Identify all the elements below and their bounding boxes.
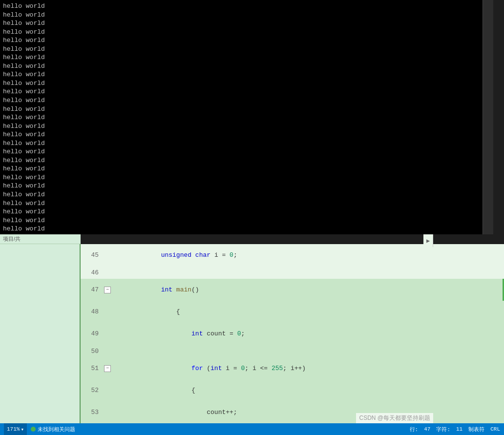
terminal-scrollbar[interactable]: [483, 0, 493, 234]
code-content: int main(): [113, 279, 199, 301]
line-number: 48: [81, 308, 103, 315]
code-content: for (int i = 0; i <= 255; i++): [113, 357, 306, 379]
code-line-51: 51 − for (int i = 0; i <= 255; i++): [81, 357, 504, 379]
tab-label: 制表符: [468, 426, 484, 433]
terminal-line: hello world: [3, 199, 490, 208]
row-value: 47: [424, 426, 430, 432]
line-number: 47: [81, 286, 103, 293]
problem-indicator: 未找到相关问题: [31, 426, 75, 433]
terminal-line: hello world: [3, 147, 490, 156]
zoom-control[interactable]: 171% ▾: [4, 423, 27, 435]
terminal-line: hello world: [3, 36, 490, 45]
csdn-watermark: CSDN @每天都要坚持刷题: [356, 413, 433, 423]
status-bar: 171% ▾ 未找到相关问题 行: 47 字符: 11 制表符 CRL: [0, 423, 504, 435]
code-line-45: 45 unsigned char i = 0;: [81, 244, 504, 266]
terminal-line: hello world: [3, 165, 490, 173]
terminal-line: hello world: [3, 190, 490, 199]
code-content: count++;: [113, 401, 237, 423]
line-number: 46: [81, 269, 103, 276]
code-content: {: [113, 379, 195, 401]
editor-gutter: [0, 244, 81, 429]
encoding-label: CRL: [490, 426, 500, 432]
terminal-line: hello world: [3, 130, 490, 139]
terminal-line: hello world: [3, 207, 490, 216]
line-number: 53: [81, 409, 103, 416]
code-line-53: 53 count++;: [81, 401, 504, 423]
terminal-content: hello world hello world hello world hell…: [0, 0, 493, 234]
line-number: 51: [81, 365, 103, 372]
no-problem-text: 未找到相关问题: [38, 426, 75, 433]
terminal-line: hello world: [3, 182, 490, 190]
terminal-window: hello world hello world hello world hell…: [0, 0, 493, 234]
terminal-line: hello world: [3, 156, 490, 165]
terminal-line: hello world: [3, 113, 490, 122]
line-number: 52: [81, 387, 103, 394]
editor-main: 45 unsigned char i = 0; 46 47 −: [0, 244, 504, 429]
zoom-arrow-icon: ▾: [21, 426, 24, 433]
terminal-line: hello world: [3, 173, 490, 182]
code-line-48: 48 {: [81, 301, 504, 323]
code-line-49: 49 int count = 0;: [81, 323, 504, 345]
fold-indicator[interactable]: −: [103, 287, 113, 293]
terminal-line: hello world: [3, 96, 490, 105]
terminal-line: hello world: [3, 105, 490, 114]
terminal-line: hello world: [3, 28, 490, 37]
terminal-line: hello world: [3, 139, 490, 148]
code-editor: 45 unsigned char i = 0; 46 47 −: [0, 244, 504, 435]
code-lines: 45 unsigned char i = 0; 46 47 −: [81, 244, 504, 429]
terminal-line: hello world: [3, 122, 490, 131]
code-line-52: 52 {: [81, 379, 504, 401]
terminal-line: hello world: [3, 87, 490, 96]
code-line-50: 50: [81, 345, 504, 357]
col-label: 字符:: [436, 426, 450, 433]
zoom-value: 171%: [7, 426, 20, 432]
code-line-46: 46: [81, 266, 504, 279]
code-line-47: 47 − int main(): [81, 279, 504, 301]
terminal-line: hello world: [3, 62, 490, 71]
terminal-line: hello world: [3, 19, 490, 28]
row-label: 行:: [410, 426, 419, 433]
status-right: 行: 47 字符: 11 制表符 CRL: [410, 426, 500, 433]
terminal-line: hello world: [3, 225, 490, 233]
status-dot-icon: [31, 427, 36, 432]
terminal-line: hello world: [3, 216, 490, 225]
terminal-line: hello world: [3, 2, 490, 11]
code-content: int count = 0;: [113, 323, 245, 345]
terminal-line: hello world: [3, 45, 490, 54]
line-number: 45: [81, 251, 103, 259]
code-content: unsigned char i = 0;: [113, 244, 237, 266]
fold-indicator[interactable]: −: [103, 365, 113, 372]
project-hint: 项目/共: [0, 234, 81, 244]
line-number: 50: [81, 348, 103, 355]
terminal-line: hello world: [3, 70, 490, 79]
terminal-line: hello world: [3, 79, 490, 88]
right-arrow-indicator[interactable]: ▶: [423, 234, 433, 247]
code-content: {: [113, 301, 180, 323]
terminal-line: hello world: [3, 11, 490, 20]
code-region[interactable]: 45 unsigned char i = 0; 46 47 −: [81, 244, 504, 429]
terminal-line: hello world: [3, 53, 490, 62]
line-number: 49: [81, 330, 103, 337]
col-value: 11: [456, 426, 462, 432]
